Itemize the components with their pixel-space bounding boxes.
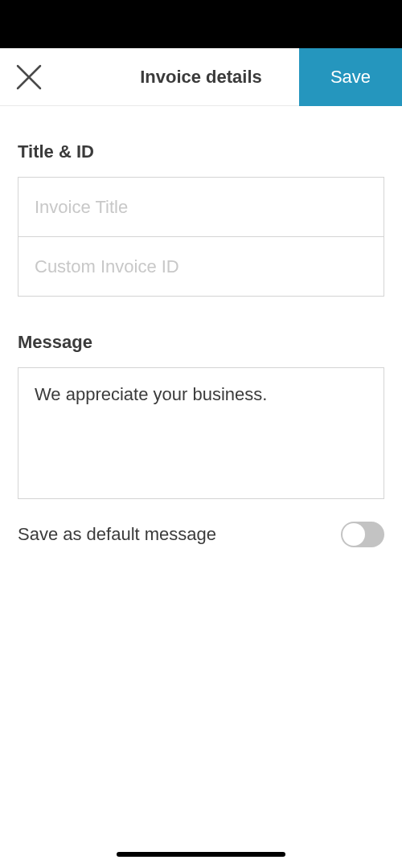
default-message-toggle[interactable] (341, 522, 384, 547)
message-textarea[interactable] (18, 368, 384, 498)
message-textarea-wrap (18, 367, 384, 499)
header: Invoice details Save (0, 48, 402, 106)
custom-invoice-id-input[interactable] (18, 237, 384, 296)
default-message-label: Save as default message (18, 524, 216, 545)
status-bar (0, 0, 402, 48)
default-message-row: Save as default message (18, 522, 384, 547)
invoice-title-input[interactable] (18, 178, 384, 236)
section-label-message: Message (18, 332, 384, 353)
close-button[interactable] (0, 48, 58, 106)
save-button-label: Save (330, 67, 371, 88)
save-button[interactable]: Save (299, 48, 402, 106)
home-indicator (117, 852, 285, 857)
page-title: Invoice details (140, 67, 262, 88)
section-label-title-id: Title & ID (18, 141, 384, 162)
close-icon (14, 63, 43, 92)
content: Title & ID Message Save as default messa… (0, 141, 402, 547)
title-id-input-group (18, 177, 384, 297)
toggle-knob (343, 523, 365, 546)
